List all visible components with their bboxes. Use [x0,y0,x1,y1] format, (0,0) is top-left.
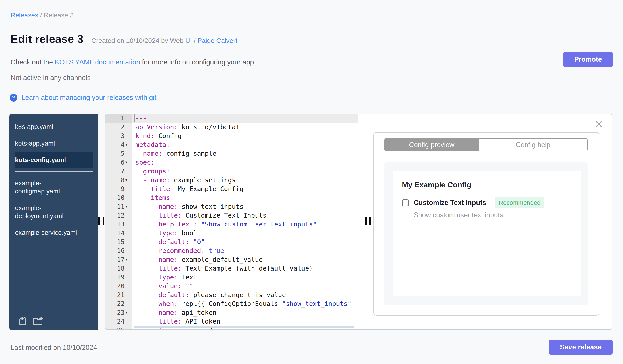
fold-arrow-icon[interactable]: ▾ [124,158,133,167]
git-releases-link[interactable]: Learn about managing your releases with … [22,94,156,101]
editor-line-7[interactable]: 7 groups: [106,167,358,176]
editor-line-23[interactable]: 23▾ - name: api_token [106,308,358,317]
fold-arrow-icon[interactable]: ▾ [124,140,133,149]
gutter-cell: 7 [106,167,133,176]
code-text: value: "" [133,282,358,290]
file-name: k8s-app.yaml [15,123,53,131]
file-tree-sidebar: k8s-app.yamlkots-app.yamlkots-config.yam… [9,114,98,330]
editor-line-21[interactable]: 21 default: please change this value [106,290,358,299]
file-name: example-configmap.yaml [15,179,81,196]
file-name: example-deployment.yaml [15,204,81,220]
editor-line-12[interactable]: 12 title: Customize Text Inputs [106,211,358,220]
title-row: Edit release 3 Created on 10/10/2024 by … [11,33,237,45]
breadcrumb-releases-link[interactable]: Releases [11,12,38,19]
created-info: Created on 10/10/2024 by Web UI / Paige … [91,37,237,44]
file-name: example-service.yaml [15,229,77,237]
gutter-cell: 19 [106,273,133,282]
line-number: 13 [106,221,124,228]
editor-line-15[interactable]: 15 default: "0" [106,237,358,246]
code-text: metadata: [133,140,358,149]
editor-line-19[interactable]: 19 type: text [106,273,358,282]
fold-arrow-icon[interactable]: ▾ [124,176,133,184]
gutter-cell: 23▾ [106,308,133,317]
new-file-icon[interactable] [18,316,28,326]
editor-line-10[interactable]: 10 items: [106,193,358,202]
code-text: - name: show_text_inputs [133,202,358,211]
editor-line-9[interactable]: 9 title: My Example Config [106,184,358,193]
config-preview-card: Config previewConfig help My Example Con… [373,132,599,316]
editor-line-13[interactable]: 13 help_text: "Show custom user text inp… [106,220,358,229]
editor-lines: 1---2apiVersion: kots.io/v1beta13kind: C… [106,114,358,329]
editor-line-20[interactable]: 20 value: "" [106,282,358,290]
gutter-cell: 25 [106,326,133,329]
line-number: 23 [106,309,124,316]
gutter-cell: 24 [106,317,133,326]
tab-config-preview[interactable]: Config preview [384,138,479,151]
author-link[interactable]: Paige Calvert [198,37,237,44]
fold-arrow-icon[interactable]: ▾ [124,202,133,211]
gutter-cell: 1 [106,114,133,122]
line-number: 12 [106,212,124,219]
fold-arrow-icon[interactable]: ▾ [124,308,133,317]
editor-resize-handle[interactable] [365,217,371,225]
gutter-cell: 11▾ [106,202,133,211]
file-item-example-service.yaml[interactable]: example-service.yaml [9,224,81,241]
editor-line-1[interactable]: 1--- [106,114,358,122]
editor-line-3[interactable]: 3kind: Config [106,131,358,140]
gutter-cell: 13 [106,220,133,229]
last-modified-text: Last modified on 10/10/2024 [11,344,97,352]
gutter-cell: 5 [106,149,133,158]
doc-hint: Check out the KOTS YAML documentation fo… [11,58,256,66]
line-number: 10 [106,194,124,202]
editor-line-2[interactable]: 2apiVersion: kots.io/v1beta1 [106,122,358,131]
config-item-label: Customize Text Inputs [414,199,486,207]
file-item-kots-app.yaml[interactable]: kots-app.yaml [9,135,81,152]
new-folder-icon[interactable] [32,316,44,326]
line-number: 18 [106,265,124,272]
gutter-cell: 4▾ [106,140,133,149]
sidebar-resize-handle[interactable] [98,217,104,225]
editor-line-11[interactable]: 11▾ - name: show_text_inputs [106,202,358,211]
code-text: default: "0" [133,237,358,246]
git-help-row: ? Learn about managing your releases wit… [10,94,156,101]
code-text: kind: Config [133,131,358,140]
save-release-button[interactable]: Save release [549,340,613,355]
close-icon[interactable] [595,120,603,128]
code-text: title: Customize Text Inputs [133,211,358,220]
editor-horizontal-scrollbar[interactable] [134,326,354,328]
editor-line-5[interactable]: 5 name: config-sample [106,149,358,158]
customize-text-inputs-checkbox[interactable] [402,200,409,206]
editor-line-8[interactable]: 8▾ - name: example_settings [106,176,358,184]
line-number: 2 [106,123,124,131]
editor-line-24[interactable]: 24 title: API token [106,317,358,326]
kots-yaml-doc-link[interactable]: KOTS YAML documentation [55,58,140,66]
file-item-kots-config.yaml[interactable]: kots-config.yaml [15,152,93,168]
file-name: kots-app.yaml [15,139,55,147]
gutter-cell: 9 [106,184,133,193]
editor-line-17[interactable]: 17▾ - name: example_default_value [106,255,358,264]
config-bool-item: Customize Text Inputs Recommended [402,197,544,208]
editor-line-14[interactable]: 14 type: bool [106,229,358,237]
editor-line-4[interactable]: 4▾metadata: [106,140,358,149]
file-item-example-deployment.yaml[interactable]: example-deployment.yaml [9,200,81,224]
editor-line-22[interactable]: 22 when: repl{{ ConfigOptionEquals "show… [106,299,358,308]
file-item-example-configmap.yaml[interactable]: example-configmap.yaml [9,175,81,200]
file-item-k8s-app.yaml[interactable]: k8s-app.yaml [9,119,81,135]
yaml-editor[interactable]: 1---2apiVersion: kots.io/v1beta13kind: C… [106,114,358,329]
editor-line-18[interactable]: 18 title: Text Example (with default val… [106,264,358,273]
tab-config-help[interactable]: Config help [479,138,588,151]
gutter-cell: 12 [106,211,133,220]
gutter-cell: 3 [106,131,133,140]
gutter-cell: 16 [106,246,133,255]
editor-line-16[interactable]: 16 recommended: true [106,246,358,255]
file-name: kots-config.yaml [15,156,66,164]
breadcrumb: Releases / Release 3 [11,12,74,19]
promote-button[interactable]: Promote [563,52,613,67]
line-number: 16 [106,247,124,254]
editor-line-6[interactable]: 6▾spec: [106,158,358,167]
config-form-card: My Example Config Customize Text Inputs … [393,171,581,296]
text-cursor [134,114,135,122]
code-text: apiVersion: kots.io/v1beta1 [133,122,358,131]
code-text: - name: api_token [133,308,358,317]
fold-arrow-icon[interactable]: ▾ [124,255,133,264]
